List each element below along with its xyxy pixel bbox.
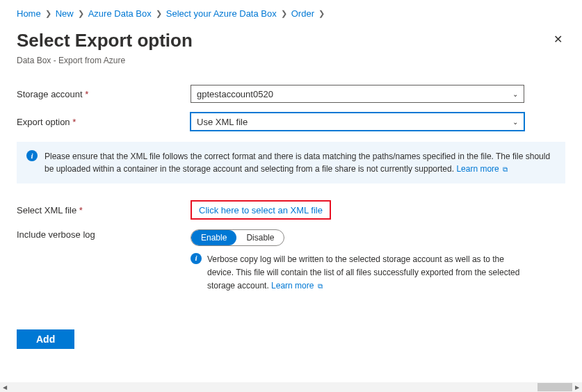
scroll-left-arrow[interactable]: ◀ <box>0 384 10 391</box>
verbose-log-label: Include verbose log <box>17 229 191 240</box>
chevron-right-icon: ❯ <box>45 9 51 18</box>
storage-account-label: Storage account * <box>17 89 191 99</box>
scroll-right-arrow[interactable]: ▶ <box>572 384 582 391</box>
info-icon: i <box>191 253 202 264</box>
page-title: Select Export option <box>17 30 193 51</box>
verbose-learn-more-link[interactable]: Learn more ⧉ <box>271 281 323 291</box>
chevron-right-icon: ❯ <box>156 9 162 18</box>
verbose-log-toggle[interactable]: Enable Disable <box>191 229 284 246</box>
info-icon: i <box>26 150 38 161</box>
chevron-down-icon: ⌄ <box>512 90 518 98</box>
select-xml-link[interactable]: Click here to select an XML file <box>199 205 323 215</box>
scrollbar-thumb[interactable] <box>537 383 572 391</box>
select-xml-label: Select XML file * <box>17 205 191 215</box>
breadcrumb-new[interactable]: New <box>56 8 74 19</box>
external-link-icon: ⧉ <box>318 282 323 290</box>
breadcrumb-azure-data-box[interactable]: Azure Data Box <box>88 8 152 19</box>
add-button[interactable]: Add <box>17 329 74 349</box>
external-link-icon: ⧉ <box>503 165 508 173</box>
export-option-dropdown[interactable]: Use XML file ⌄ <box>191 113 524 131</box>
learn-more-link[interactable]: Learn more ⧉ <box>456 164 508 174</box>
breadcrumb: Home ❯ New ❯ Azure Data Box ❯ Select you… <box>17 8 565 19</box>
chevron-right-icon: ❯ <box>318 9 325 18</box>
breadcrumb-select-data-box[interactable]: Select your Azure Data Box <box>166 8 277 19</box>
export-option-label: Export option * <box>17 117 191 127</box>
select-xml-highlight: Click here to select an XML file <box>191 200 331 220</box>
horizontal-scrollbar[interactable]: ◀ ▶ <box>0 382 582 392</box>
breadcrumb-home[interactable]: Home <box>17 8 41 19</box>
storage-account-dropdown[interactable]: gptestaccount0520 ⌄ <box>191 85 524 103</box>
info-box: i Please ensure that the XML file follow… <box>17 142 565 183</box>
verbose-info-text: Verbose copy log will be written to the … <box>207 253 524 293</box>
toggle-disable[interactable]: Disable <box>236 230 284 245</box>
breadcrumb-order[interactable]: Order <box>291 8 314 19</box>
page-subtitle: Data Box - Export from Azure <box>17 56 565 65</box>
chevron-right-icon: ❯ <box>78 9 84 18</box>
close-icon[interactable]: ✕ <box>551 30 565 49</box>
chevron-down-icon: ⌄ <box>512 118 518 126</box>
toggle-enable[interactable]: Enable <box>191 230 236 245</box>
chevron-right-icon: ❯ <box>281 9 287 18</box>
